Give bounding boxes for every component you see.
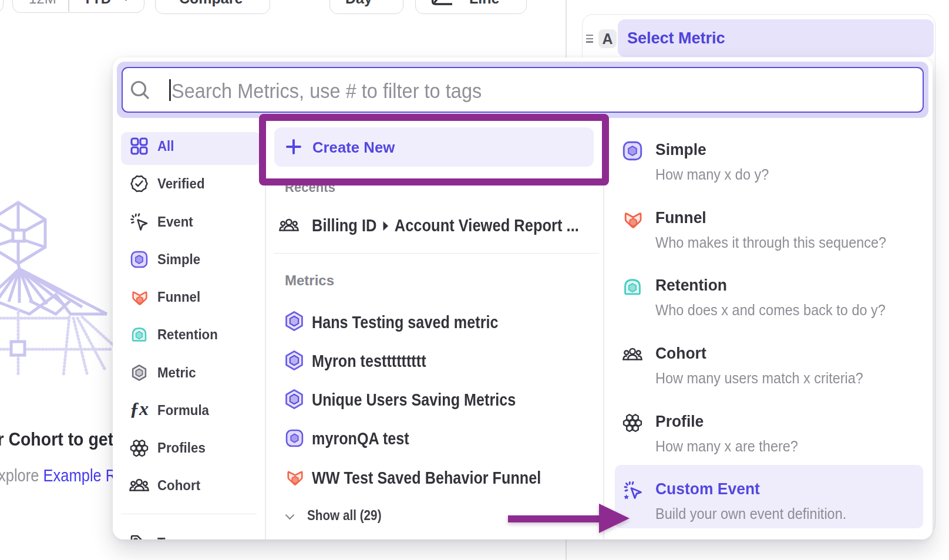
svg-text:ƒx: ƒx (130, 401, 149, 419)
